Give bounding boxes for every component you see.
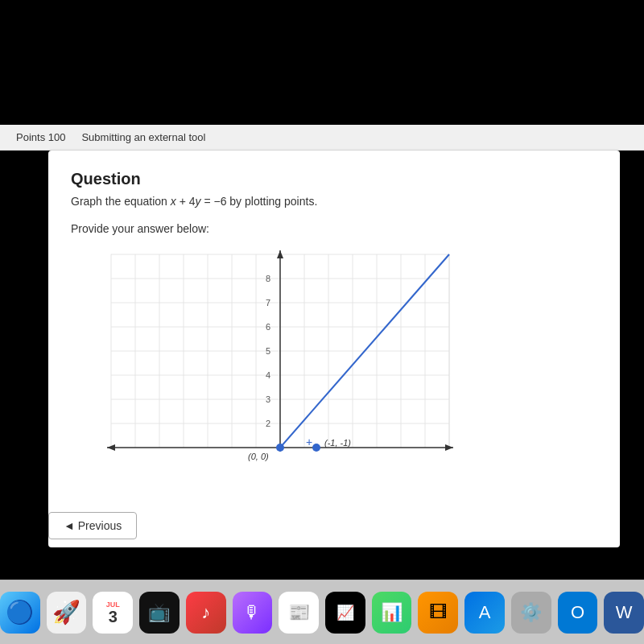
dock-outlook[interactable]: O bbox=[558, 592, 598, 634]
previous-button[interactable]: ◄ Previous bbox=[48, 512, 137, 539]
submitting-label: Submitting an external tool bbox=[81, 131, 205, 143]
dock-numbers[interactable]: 📊 bbox=[372, 592, 412, 634]
svg-text:2: 2 bbox=[266, 419, 270, 428]
svg-text:(-1, -1): (-1, -1) bbox=[324, 438, 351, 448]
svg-point-35 bbox=[276, 444, 284, 452]
mac-dock: 🔵 🚀 JUL 3 📺 ♪ 🎙 📰 📈 📊 🎞 A ⚙️ O W bbox=[0, 580, 644, 644]
svg-text:3: 3 bbox=[266, 394, 270, 404]
points-label: Points 100 bbox=[16, 131, 65, 143]
dock-podcasts[interactable]: 🎙 bbox=[233, 592, 273, 634]
dock-stocks[interactable]: 📈 bbox=[325, 592, 365, 634]
dock-launchpad[interactable]: 🚀 bbox=[47, 592, 87, 634]
svg-text:5: 5 bbox=[266, 346, 270, 356]
dock-appstore[interactable]: A bbox=[464, 592, 505, 634]
dock-tv[interactable]: 📺 bbox=[139, 592, 180, 634]
svg-text:6: 6 bbox=[266, 322, 270, 332]
svg-text:(0, 0): (0, 0) bbox=[248, 452, 269, 461]
question-title: Question bbox=[71, 170, 597, 188]
provide-label: Provide your answer below: bbox=[71, 222, 597, 235]
svg-text:+: + bbox=[306, 436, 312, 448]
dock-calendar[interactable]: JUL 3 bbox=[93, 592, 133, 634]
svg-text:7: 7 bbox=[266, 298, 270, 308]
graph-svg: 8 7 6 5 4 3 2 (0, 0) (-1, -1) + bbox=[79, 246, 465, 472]
dock-news[interactable]: 📰 bbox=[279, 592, 319, 634]
top-bar: Points 100 Submitting an external tool bbox=[0, 125, 644, 151]
question-text: Graph the equation x + 4y = −6 by plotti… bbox=[71, 195, 597, 208]
dock-finder[interactable]: 🔵 bbox=[0, 592, 40, 634]
graph-container: 8 7 6 5 4 3 2 (0, 0) (-1, -1) + bbox=[79, 246, 465, 472]
dock-settings[interactable]: ⚙️ bbox=[511, 592, 551, 634]
dock-music[interactable]: ♪ bbox=[186, 592, 226, 634]
svg-text:8: 8 bbox=[266, 274, 270, 283]
svg-text:4: 4 bbox=[266, 370, 270, 380]
svg-point-37 bbox=[312, 444, 320, 452]
dock-keynote[interactable]: 🎞 bbox=[418, 592, 458, 634]
main-content: Question Graph the equation x + 4y = −6 … bbox=[48, 151, 620, 547]
dock-word[interactable]: W bbox=[604, 592, 644, 634]
